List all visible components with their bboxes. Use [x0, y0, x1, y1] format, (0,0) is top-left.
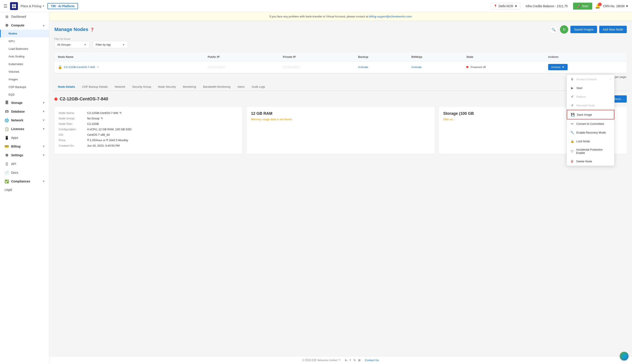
bitninja-activate-link[interactable]: Activate: [411, 66, 421, 69]
globe-button[interactable]: 🌐: [620, 352, 628, 360]
state-dot: [466, 66, 468, 68]
sidebar-item-docs[interactable]: 📄 Docs: [0, 168, 49, 177]
recovery-mode-icon: 🔧: [570, 130, 574, 134]
delete-node-icon: 🗑: [570, 159, 574, 163]
sidebar-item-compute[interactable]: ⚙ Compute ▲: [0, 21, 49, 30]
tab-audit-logs[interactable]: Audit Logs: [248, 83, 268, 91]
start-button[interactable]: 🚀 Start: [573, 2, 592, 10]
all-groups-arrow: ▼: [84, 43, 87, 46]
dropdown-save-image[interactable]: 💾 Save Image: [567, 110, 614, 119]
gpu-label: GPU: [9, 40, 15, 43]
sidebar-item-dashboard[interactable]: ⊞ Dashboard: [0, 12, 49, 21]
sidebar-item-network[interactable]: 🌐 Network ▼: [0, 116, 49, 124]
tab-monitoring[interactable]: Monitoring: [179, 83, 200, 91]
backup-cell: Activate: [354, 61, 408, 73]
price-row: Price: ₹ 2.25/Hour or ₹ 1642.5 Monthly: [59, 138, 238, 142]
linkedin-link[interactable]: in: [345, 358, 347, 362]
tab-security-group[interactable]: Security Group: [129, 83, 155, 91]
filter-by-group-label: Filter by Group: [54, 38, 89, 40]
tab-alerts[interactable]: Alerts: [234, 83, 248, 91]
sidebar-item-storage[interactable]: 🗄 Storage ▼: [0, 98, 49, 107]
start-icon: 🚀: [577, 4, 581, 8]
sidebar-item-billing[interactable]: 💳 Billing ▼: [0, 142, 49, 151]
sidebar-item-images[interactable]: Images: [0, 76, 49, 83]
enable-recovery-mode-label: Enable Recovery Mode: [576, 131, 606, 134]
sidebar-item-gpu[interactable]: GPU: [0, 37, 49, 45]
node-detail: C2-12GB-CentOS-7-840 Test Monitoring Ser…: [54, 95, 627, 154]
dropdown-enable-recovery-mode[interactable]: 🔧 Enable Recovery Mode: [567, 128, 614, 137]
tab-bandwidth-monitoring[interactable]: Bandwidth Monitoring: [200, 83, 234, 91]
sidebar-item-settings[interactable]: ⚙ Settings ▼: [0, 151, 49, 160]
node-name-edit-icon[interactable]: ✎: [120, 111, 122, 114]
tab-cdp-backup-details[interactable]: CDP Backup Details: [79, 83, 111, 91]
location-selector[interactable]: 📍 Delhi-NCR ▼: [491, 3, 520, 10]
dropdown-reboot[interactable]: ↺ Reboot: [567, 92, 614, 101]
crn-info[interactable]: CRN No. 18030 ▼: [603, 4, 628, 8]
sidebar-item-cdp-backups[interactable]: CDP Backups: [0, 83, 49, 91]
footer-links: in f 𝕏 ⊞: [345, 358, 361, 362]
node-group-edit-icon[interactable]: ✎: [101, 117, 103, 120]
dashboard-label: Dashboard: [11, 15, 26, 18]
volumes-label: Volumes: [9, 70, 20, 73]
saved-images-button[interactable]: Saved Images: [570, 26, 597, 33]
node-edit-icon[interactable]: ✎: [97, 66, 99, 69]
reinstall-node-icon: ↺: [570, 104, 574, 107]
bell-button[interactable]: 🔔 7: [595, 4, 600, 9]
compute-icon: ⚙: [5, 23, 9, 28]
tab-node-security[interactable]: Node Security: [155, 83, 180, 91]
access-console-arrow: ›: [610, 78, 611, 81]
sidebar-item-auto-scaling[interactable]: Auto Scaling: [0, 52, 49, 60]
crn-label: CRN No. 18030: [603, 4, 624, 8]
filter-by-tag-select[interactable]: Filter by tag ▼: [93, 41, 128, 48]
sidebar-item-api[interactable]: {} API: [0, 160, 49, 168]
contact-us-link[interactable]: Contact Us: [365, 358, 379, 362]
svg-rect-1: [14, 4, 16, 6]
hamburger-icon[interactable]: ☰: [4, 4, 8, 9]
dropdown-accidental-protection[interactable]: 🛡 Accidental Protection Enable: [567, 146, 614, 157]
dropdown-reinstall-node[interactable]: ↺ Reinstall Node: [567, 101, 614, 110]
api-label: API: [11, 162, 16, 166]
sidebar-item-licenses[interactable]: 📋 Licenses ▼: [0, 124, 49, 133]
sidebar-item-volumes[interactable]: Volumes: [0, 68, 49, 76]
dropdown-access-console[interactable]: 🖥 Access Console ›: [567, 75, 614, 84]
facebook-link[interactable]: f: [350, 358, 351, 362]
dropdown-delete-node[interactable]: 🗑 Delete Node: [567, 157, 614, 166]
sidebar-item-kubernetes[interactable]: Kubernetes: [0, 60, 49, 68]
page-title: Manage Nodes: [54, 26, 88, 32]
items-per-page: Items per page:: [54, 75, 627, 78]
actions-dropdown-arrow: ▼: [562, 66, 564, 69]
alert-email[interactable]: billing-support@e2enetworks.com: [369, 15, 412, 18]
all-groups-select[interactable]: All Groups ▼: [54, 41, 89, 48]
save-image-icon: 💾: [571, 112, 574, 116]
dropdown-lock-node[interactable]: 🔒 Lock Node: [567, 137, 614, 146]
help-icon[interactable]: ❓: [90, 28, 94, 32]
sidebar-item-database[interactable]: 🗃 Database ▼: [0, 107, 49, 116]
kubernetes-label: Kubernetes: [9, 62, 23, 66]
backup-activate-link[interactable]: Activate: [358, 66, 368, 69]
sidebar-item-apps[interactable]: 📱 Apps: [0, 133, 49, 142]
sidebar-item-eqs[interactable]: EQS: [0, 91, 49, 98]
dropdown-convert-to-committed[interactable]: ⇌ Convert to Committed: [567, 119, 614, 128]
plans-pricing-menu[interactable]: Plans & Pricing ▼: [21, 4, 45, 8]
tab-node-details[interactable]: Node Details: [54, 83, 79, 91]
tir-badge[interactable]: TIR · AI Platform: [47, 3, 78, 9]
svg-rect-3: [14, 6, 16, 8]
sidebar-item-load-balancers[interactable]: Load Balancers: [0, 45, 49, 52]
refresh-button[interactable]: ↻: [560, 25, 568, 34]
rss-link[interactable]: ⊞: [358, 358, 361, 362]
actions-button[interactable]: Actions ▼: [548, 64, 568, 70]
sidebar-item-compliances[interactable]: ✅ Compliances ▼: [0, 177, 49, 186]
search-button[interactable]: 🔍: [549, 25, 558, 34]
twitter-link[interactable]: 𝕏: [353, 358, 356, 362]
sidebar-item-legal[interactable]: Legal: [0, 186, 49, 194]
actions-cell: Actions ▼: [545, 61, 627, 73]
sidebar-item-nodes[interactable]: Nodes: [0, 30, 49, 37]
delete-node-label: Delete Node: [576, 160, 592, 163]
private-ip-cell: ××.×××.×××.×: [279, 61, 354, 73]
node-name-link[interactable]: C2-12GB-CentOS-7-840: [64, 66, 95, 69]
bitninja-cell: Activate: [408, 61, 463, 73]
tab-network[interactable]: Network: [111, 83, 129, 91]
compliances-label: Compliances: [11, 180, 30, 183]
add-new-node-button[interactable]: Add New Node: [599, 26, 627, 33]
dropdown-start[interactable]: ▶ Start: [567, 84, 614, 92]
